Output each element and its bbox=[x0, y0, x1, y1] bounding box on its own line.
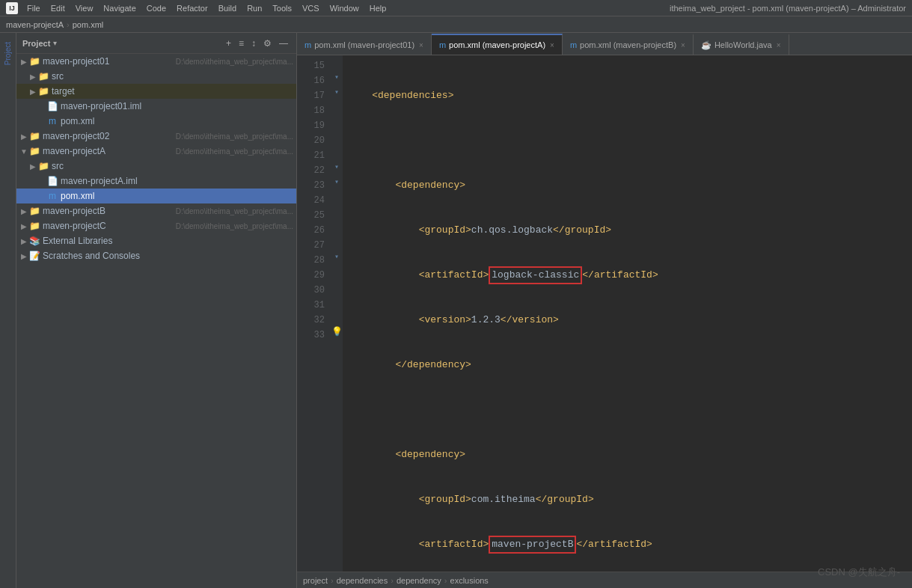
tab-close-mpA[interactable]: × bbox=[550, 41, 554, 49]
gutter-33[interactable]: 💡 bbox=[331, 325, 343, 340]
menu-navigate[interactable]: Navigate bbox=[99, 2, 140, 14]
fold-icon-16[interactable]: ▾ bbox=[334, 70, 339, 85]
tab-icon-java: ☕ bbox=[701, 40, 711, 50]
sidebar-minimize-icon[interactable]: — bbox=[277, 37, 290, 49]
gutter-32 bbox=[331, 310, 343, 325]
menu-build[interactable]: Build bbox=[214, 2, 241, 14]
code-line-18: <groupId>ch.qos.logback</groupId> bbox=[349, 223, 906, 238]
editor-breadcrumb: project › dependencies › dependency › ex… bbox=[297, 572, 912, 588]
tree-label-mpB: maven-projectB bbox=[43, 206, 173, 216]
tree-label-srcA: src bbox=[52, 161, 293, 171]
gutter-24 bbox=[331, 190, 343, 205]
menu-edit[interactable]: Edit bbox=[46, 2, 70, 14]
tree-item-mpA[interactable]: ▼ 📁 maven-projectA D:\demo\itheima_web_p… bbox=[16, 144, 296, 159]
tab-helloworldjava[interactable]: ☕ HelloWorld.java × bbox=[694, 34, 789, 55]
tab-close-mp01[interactable]: × bbox=[419, 41, 423, 49]
tree-item-src01[interactable]: ▶ 📁 src bbox=[16, 69, 296, 84]
highlight-logback: logback-classic bbox=[489, 266, 582, 284]
bc-dependency[interactable]: dependency bbox=[397, 576, 441, 585]
tab-pom-mp01[interactable]: m pom.xml (maven-project01) × bbox=[297, 34, 432, 55]
code-line-15: <dependencies> bbox=[349, 88, 906, 103]
tree-item-mpB[interactable]: ▶ 📁 maven-projectB D:\demo\itheima_web_p… bbox=[16, 203, 296, 218]
module-icon-mpA: 📁 bbox=[28, 146, 40, 156]
tree-item-pomA[interactable]: m pom.xml bbox=[16, 189, 296, 203]
bc-exclusions[interactable]: exclusions bbox=[450, 576, 489, 585]
menu-run[interactable]: Run bbox=[242, 2, 266, 14]
window-title: itheima_web_project - pom.xml (maven-pro… bbox=[670, 4, 906, 13]
tab-close-mpB[interactable]: × bbox=[681, 41, 685, 49]
bc-dependencies[interactable]: dependencies bbox=[337, 576, 388, 585]
code-line-25: <artifactId>maven-projectB</artifactId> bbox=[349, 537, 906, 552]
gutter-15 bbox=[331, 55, 343, 70]
tree-item-mp02[interactable]: ▶ 📁 maven-project02 D:\demo\itheima_web_… bbox=[16, 129, 296, 144]
tree-label-mp01: maven-project01 bbox=[43, 56, 173, 67]
tree-path-mpB: D:\demo\itheima_web_project\ma... bbox=[176, 207, 293, 215]
gutter-17[interactable]: ▾ bbox=[331, 85, 343, 100]
menu-vcs[interactable]: VCS bbox=[298, 2, 324, 14]
gutter-22[interactable]: ▾ bbox=[331, 160, 343, 175]
menu-code[interactable]: Code bbox=[142, 2, 171, 14]
gutter-28[interactable]: ▾ bbox=[331, 250, 343, 265]
gutter-16[interactable]: ▾ bbox=[331, 70, 343, 85]
tree-label-scratches: Scratches and Consoles bbox=[43, 251, 293, 261]
menu-view[interactable]: View bbox=[71, 2, 98, 14]
sidebar-settings-icon[interactable]: ⚙ bbox=[261, 37, 274, 49]
xml-icon-pom01: m bbox=[46, 116, 58, 126]
tree-arrow-mp02: ▶ bbox=[19, 132, 28, 141]
tab-label-mp01: pom.xml (maven-project01) bbox=[314, 40, 414, 49]
bc-sep-1: › bbox=[331, 576, 334, 585]
tree-arrow-target01: ▶ bbox=[28, 88, 37, 96]
sidebar-icons[interactable]: + ≡ ↕ ⚙ — bbox=[224, 37, 290, 49]
tree-item-srcA[interactable]: ▶ 📁 src bbox=[16, 159, 296, 174]
tab-close-java[interactable]: × bbox=[777, 41, 781, 49]
tab-label-java: HelloWorld.java bbox=[714, 40, 772, 49]
sidebar-add-icon[interactable]: + bbox=[224, 37, 233, 49]
tab-pom-mpA[interactable]: m pom.xml (maven-projectA) × bbox=[432, 34, 563, 55]
sidebar-dropdown-icon[interactable]: ▾ bbox=[53, 39, 57, 47]
gutter-27 bbox=[331, 235, 343, 250]
tree-item-target01[interactable]: ▶ 📁 target bbox=[16, 84, 296, 99]
tree-item-scratches[interactable]: ▶ 📝 Scratches and Consoles bbox=[16, 248, 296, 263]
gutter-23[interactable]: ▾ bbox=[331, 175, 343, 190]
tree-item-imlA[interactable]: 📄 maven-projectA.iml bbox=[16, 174, 296, 189]
vtab-project[interactable]: Project bbox=[1, 36, 14, 71]
sidebar-expand-icon[interactable]: ↕ bbox=[249, 37, 258, 49]
breadcrumb-file[interactable]: pom.xml bbox=[73, 20, 104, 29]
editor-gutter: ▾ ▾ ▾ ▾ ▾ 💡 bbox=[331, 55, 343, 572]
menu-file[interactable]: File bbox=[22, 2, 45, 14]
fold-icon-22[interactable]: ▾ bbox=[334, 160, 339, 175]
menu-help[interactable]: Help bbox=[365, 2, 391, 14]
iml-icon-01: 📄 bbox=[46, 101, 58, 111]
menu-bar[interactable]: File Edit View Navigate Code Refactor Bu… bbox=[22, 2, 391, 14]
bc-project[interactable]: project bbox=[303, 576, 328, 585]
fold-icon-23[interactable]: ▾ bbox=[334, 175, 339, 190]
tree-label-iml01: maven-project01.iml bbox=[61, 101, 293, 111]
code-content[interactable]: <dependencies> <dependency> <groupId>ch.… bbox=[343, 55, 912, 572]
tree-path-mp02: D:\demo\itheima_web_project\ma... bbox=[176, 132, 293, 141]
code-editor[interactable]: 15 16 17 18 19 20 21 22 23 24 25 26 27 2… bbox=[297, 55, 912, 572]
tree-item-ext-libs[interactable]: ▶ 📚 External Libraries bbox=[16, 233, 296, 248]
tree-item-pom01[interactable]: m pom.xml bbox=[16, 114, 296, 129]
menu-tools[interactable]: Tools bbox=[268, 2, 296, 14]
code-line-24: <groupId>com.itheima</groupId> bbox=[349, 492, 906, 507]
tree-item-iml01[interactable]: 📄 maven-project01.iml bbox=[16, 99, 296, 114]
tab-icon-mpB: m bbox=[570, 40, 577, 49]
tab-pom-mpB[interactable]: m pom.xml (maven-projectB) × bbox=[563, 34, 694, 55]
tree-item-mpC[interactable]: ▶ 📁 maven-projectC D:\demo\itheima_web_p… bbox=[16, 218, 296, 233]
editor-tabs[interactable]: m pom.xml (maven-project01) × m pom.xml … bbox=[297, 33, 912, 55]
tree-item-maven-project01[interactable]: ▶ 📁 maven-project01 D:\demo\itheima_web_… bbox=[16, 54, 296, 69]
bulb-icon-33[interactable]: 💡 bbox=[331, 325, 343, 340]
menu-refactor[interactable]: Refactor bbox=[172, 2, 212, 14]
fold-icon-17[interactable]: ▾ bbox=[334, 85, 339, 100]
menu-window[interactable]: Window bbox=[325, 2, 364, 14]
sidebar-menu-icon[interactable]: ≡ bbox=[236, 37, 246, 49]
folder-icon-target01: 📁 bbox=[37, 86, 49, 97]
code-line-21: </dependency> bbox=[349, 358, 906, 373]
fold-icon-28[interactable]: ▾ bbox=[334, 250, 339, 265]
sidebar-title: Project bbox=[22, 39, 50, 48]
tree-label-pom01: pom.xml bbox=[61, 116, 293, 126]
breadcrumb-bar: maven-projectA › pom.xml bbox=[0, 16, 912, 33]
tree-label-target01: target bbox=[52, 86, 293, 97]
tab-icon-mpA: m bbox=[439, 40, 446, 49]
breadcrumb-root[interactable]: maven-projectA bbox=[6, 20, 64, 29]
